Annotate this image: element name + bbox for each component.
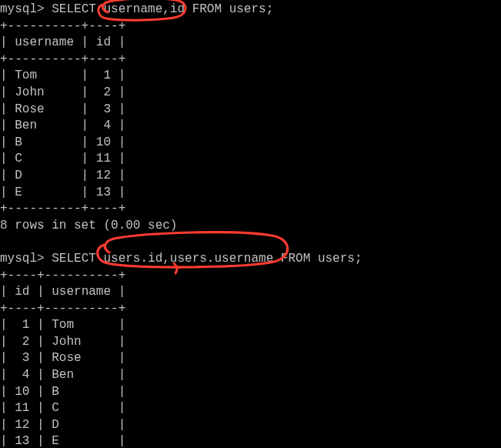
table-row: | 1 | Tom | [0, 317, 501, 334]
mysql-prompt: mysql> [0, 2, 52, 16]
table-row: | 4 | Ben | [0, 367, 501, 384]
mysql-prompt: mysql> [0, 252, 52, 266]
table-row: | 2 | John | [0, 334, 501, 351]
table-header-2: | id | username | [0, 284, 501, 301]
table-row: | 12 | D | [0, 417, 501, 434]
table-row: | 11 | C | [0, 400, 501, 417]
table-row: | 10 | B | [0, 384, 501, 401]
table-border: +----------+----+ [0, 201, 501, 218]
result-message-1: 8 rows in set (0.00 sec) [0, 218, 501, 235]
table-border: +----------+----+ [0, 52, 501, 69]
table-border: +----+----------+ [0, 268, 501, 285]
table-row: | E | 13 | [0, 185, 501, 202]
table-row: | 3 | Rose | [0, 350, 501, 367]
table-row: | B | 10 | [0, 135, 501, 152]
sql-query-2: SELECT users.id,users.username FROM user… [52, 252, 362, 266]
table-header-1: | username | id | [0, 35, 501, 52]
sql-query-1: SELECT username,id FROM users; [52, 2, 273, 16]
sql-prompt-line-2[interactable]: mysql> SELECT users.id,users.username FR… [0, 251, 501, 268]
table-border: +----------+----+ [0, 18, 501, 35]
table-row: | 13 | E | [0, 433, 501, 448]
table-row: | C | 11 | [0, 151, 501, 168]
table-row: | D | 12 | [0, 168, 501, 185]
table-row: | Rose | 3 | [0, 102, 501, 119]
table-row: | Ben | 4 | [0, 118, 501, 135]
sql-prompt-line-1[interactable]: mysql> SELECT username,id FROM users; [0, 2, 501, 18]
table-row: | Tom | 1 | [0, 68, 501, 85]
table-row: | John | 2 | [0, 85, 501, 102]
blank-line [0, 234, 501, 251]
table-border: +----+----------+ [0, 301, 501, 318]
